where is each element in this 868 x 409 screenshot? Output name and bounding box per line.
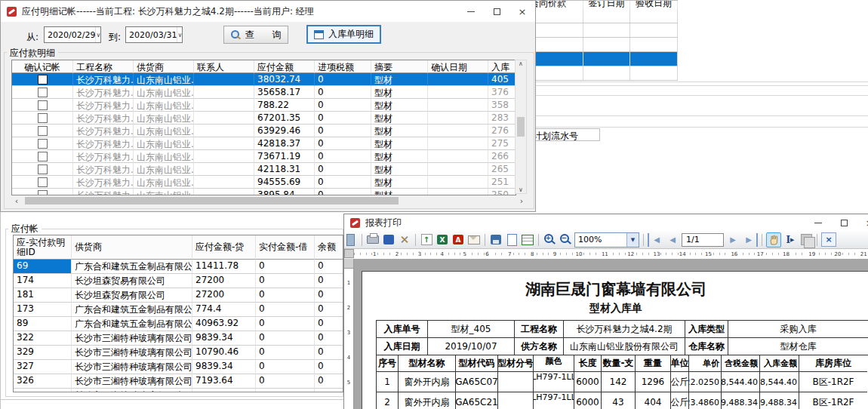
export-table-button[interactable] — [521, 233, 534, 247]
confirm-checkbox[interactable] — [12, 150, 73, 163]
close-button[interactable]: × — [509, 1, 535, 22]
confirm-checkbox[interactable] — [12, 163, 73, 176]
column-header[interactable]: 型材分号 — [498, 355, 534, 372]
column-header[interactable]: 入库金额 — [760, 355, 799, 372]
table-row[interactable]: 174长沙坦森贸易有限公司2720000 — [14, 274, 343, 288]
confirm-checkbox[interactable] — [12, 176, 73, 189]
column-header[interactable]: 应-实付款明细ID — [14, 235, 72, 260]
table-row[interactable] — [513, 9, 678, 23]
page-setup-button[interactable] — [382, 233, 396, 247]
maximize-button[interactable] — [484, 1, 509, 22]
table-row[interactable]: 69广东合和建筑五金制品有限公司11411.7800 — [14, 260, 343, 274]
column-header[interactable]: 进项税额 — [315, 60, 371, 73]
column-header[interactable]: 序号 — [377, 355, 399, 372]
table-row[interactable]: 322长沙市三湘特种玻璃有限公司9839.3400 — [14, 331, 343, 346]
column-header[interactable]: 含税金额 — [722, 355, 760, 372]
first-page-button[interactable]: ◀ — [648, 233, 663, 247]
table-row[interactable]: 2窗外开内扇GA65C21LH797-1LL600043404公斤23.4860… — [377, 392, 867, 409]
minimize-button[interactable] — [805, 214, 831, 231]
table-row[interactable]: 长沙万科魅力...山东南山铝业...63929.460型材276 — [12, 125, 516, 137]
column-header[interactable]: 签订日期 — [583, 1, 630, 9]
last-page-button[interactable]: ▶ — [742, 233, 758, 247]
table-row[interactable]: 长沙万科魅力...山东南山铝业...788.220型材358 — [12, 99, 516, 112]
column-header[interactable]: 验收日期 — [630, 1, 678, 9]
zoom-in-button[interactable]: + — [543, 233, 556, 247]
confirm-checkbox[interactable] — [12, 125, 73, 137]
selected-table-row[interactable] — [513, 52, 678, 66]
maximize-button[interactable] — [831, 214, 857, 231]
column-header[interactable]: 单价 — [689, 355, 722, 372]
next-page-button[interactable]: ▶ — [726, 233, 740, 247]
table-row[interactable]: 长沙万科魅力...山东南山铝业...94555.690型材251 — [12, 176, 516, 189]
column-header[interactable]: 型材名称 — [399, 355, 456, 372]
scrollbar-thumb[interactable] — [25, 197, 399, 204]
chevron-down-icon[interactable]: ∨ — [177, 27, 182, 42]
column-header[interactable]: 供货商 — [134, 60, 194, 73]
column-header[interactable]: 确认记帐 — [12, 60, 73, 73]
confirm-checkbox[interactable] — [12, 73, 73, 86]
column-header[interactable]: 库房库位 — [799, 355, 867, 372]
to-date-combo[interactable]: 2020/03/31 ∨ — [125, 26, 183, 43]
options-button[interactable] — [398, 233, 411, 247]
chevron-down-icon[interactable]: ∨ — [95, 27, 100, 42]
column-header[interactable]: 应付金额 — [254, 60, 315, 73]
column-header[interactable]: 单位 — [671, 355, 689, 372]
docked-icon[interactable] — [344, 233, 358, 247]
table-row[interactable]: 326长沙市三湘特种玻璃有限公司7193.6400 — [14, 374, 343, 389]
close-button[interactable]: × — [857, 214, 868, 231]
column-header[interactable]: 联系人 — [194, 60, 254, 73]
column-header[interactable]: 应付金额-贷 — [192, 235, 256, 260]
column-header[interactable]: 数量-支 — [602, 355, 636, 372]
scroll-up-icon[interactable]: ∧ — [519, 60, 523, 67]
column-header[interactable]: 型材代码 — [456, 355, 498, 372]
send-mail-button[interactable] — [467, 233, 481, 247]
table-row[interactable] — [513, 66, 678, 81]
chevron-down-icon[interactable]: ▼ — [626, 233, 639, 247]
zoom-level-combo[interactable]: 100% ▼ — [574, 232, 639, 248]
column-header[interactable]: 工程名称 — [73, 60, 134, 73]
table-row[interactable]: 长沙万科魅力...山东南山铝业...3895.840型材250 — [12, 189, 516, 195]
query-button[interactable]: 查 询 — [223, 26, 288, 44]
text-select-tool-button[interactable]: I▶ — [783, 233, 797, 247]
table-row[interactable]: 173广东合和建筑五金制品有限公司774.400 — [14, 303, 343, 317]
column-header[interactable]: 余额 — [315, 235, 343, 260]
print-preview-area[interactable]: 湖南巨晟门窗幕墙有限公司 型材入库单 入库单号 型材_405 工程名称 长沙万科… — [344, 259, 868, 409]
column-header[interactable]: 摘要 — [371, 60, 428, 73]
table-row[interactable]: 1窗外开内扇GA65C07LH797-1LL60001421296公斤22.02… — [377, 372, 867, 392]
save-button[interactable] — [489, 233, 503, 247]
export-pdf-button[interactable]: A — [451, 233, 465, 247]
title-bar[interactable]: 应付明细记帐------当前工程: 长沙万科魅力之城4.2期------当前用户… — [1, 1, 535, 22]
table-row[interactable]: 329长沙市三湘特种玻璃有限公司10790.4600 — [14, 346, 343, 360]
print-button[interactable] — [366, 233, 380, 247]
close-preview-button[interactable]: × — [821, 232, 836, 247]
minimize-button[interactable] — [458, 1, 484, 22]
table-row[interactable]: 长沙万科魅力...山东南山铝业...67201.350型材283 — [12, 112, 516, 125]
page-number-input[interactable]: 1/1 — [682, 233, 724, 247]
column-header[interactable]: 实付金额-借 — [256, 235, 315, 260]
table-row[interactable]: 89广东合和建筑五金制品有限公司40963.9200 — [14, 317, 343, 331]
table-row[interactable]: 长沙万科魅力...山东南山铝业...35658.170型材376 — [12, 86, 516, 99]
from-date-combo[interactable]: 2020/02/29 ∨ — [44, 26, 101, 43]
table-row[interactable]: 长沙万科魅力...山东南山铝业...38032.740型材405 — [12, 73, 516, 86]
table-row[interactable] — [513, 38, 678, 52]
confirm-checkbox[interactable] — [12, 189, 73, 195]
column-header[interactable]: 供货商 — [72, 235, 192, 260]
inbound-detail-button[interactable]: 入库单明细 — [306, 25, 381, 44]
previous-page-button[interactable]: ◀ — [666, 233, 679, 247]
column-header[interactable]: 颜色 — [534, 355, 574, 372]
zoom-out-button[interactable]: − — [559, 233, 572, 247]
column-header[interactable]: 入库 — [488, 60, 516, 73]
column-header[interactable]: 确认日期 — [428, 60, 488, 73]
confirm-checkbox[interactable] — [12, 137, 73, 150]
export-excel-button[interactable]: X — [436, 233, 449, 247]
title-bar[interactable]: 报表打印 × — [344, 214, 868, 231]
column-header[interactable]: 重量 — [636, 355, 671, 372]
confirm-checkbox[interactable] — [12, 99, 73, 112]
scroll-left-icon[interactable]: ‹ — [11, 196, 22, 206]
scroll-right-icon[interactable]: › — [516, 196, 527, 206]
table-row[interactable]: 长沙万科魅力...山东南山铝业...42818.370型材275 — [12, 137, 516, 150]
confirm-checkbox[interactable] — [12, 86, 73, 99]
table-row[interactable] — [513, 23, 678, 38]
table-row[interactable]: 长沙万科魅力...山东南山铝业...42118.310型材265 — [12, 163, 516, 176]
confirm-checkbox[interactable] — [12, 112, 73, 125]
